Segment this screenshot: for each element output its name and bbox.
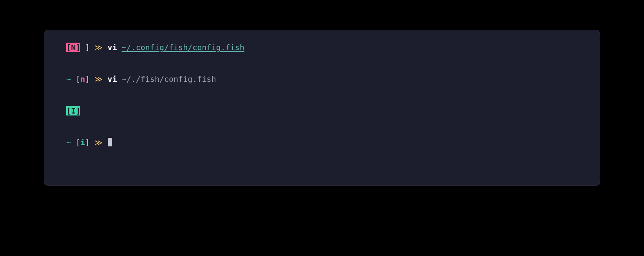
command-argument-path: ~/.config/fish/config.fish [122,43,244,52]
prompt-arrow: ≫ [90,74,107,84]
prompt-bracket-open: [ [76,74,80,84]
vi-mode-letter-normal: n [80,74,85,84]
vi-mode-badge-normal: [N] [66,43,80,52]
terminal-cursor [108,138,112,146]
prompt-arrow: ≫ [90,43,107,52]
prompt-bracket-open: [ [76,138,80,147]
command-text: vi [107,43,121,52]
prompt-cwd-tilde: ~ [66,138,76,147]
terminal-line: [I] [47,95,597,127]
command-argument-path: ~/./fish/config.fish [122,74,216,84]
terminal-line: [N] ] ≫ vi ~/.config/fish/config.fish [47,32,597,63]
prompt-bracket-close: ] [85,138,90,147]
prompt-text [80,43,85,52]
terminal-window[interactable]: [N] ] ≫ vi ~/.config/fish/config.fish ~ … [44,30,600,186]
vi-mode-letter-insert: i [80,138,85,147]
prompt-cwd-tilde: ~ [66,74,76,84]
prompt-arrow: ≫ [90,138,107,147]
vi-mode-badge-insert: [I] [66,106,80,115]
terminal-input-line[interactable]: ~ [i] ≫ [47,127,597,159]
prompt-bracket-close: ] [85,74,90,84]
command-text: vi [108,74,122,84]
prompt-bracket-close: ] [85,43,90,52]
terminal-line: ~ [n] ≫ vi ~/./fish/config.fish [47,63,597,95]
